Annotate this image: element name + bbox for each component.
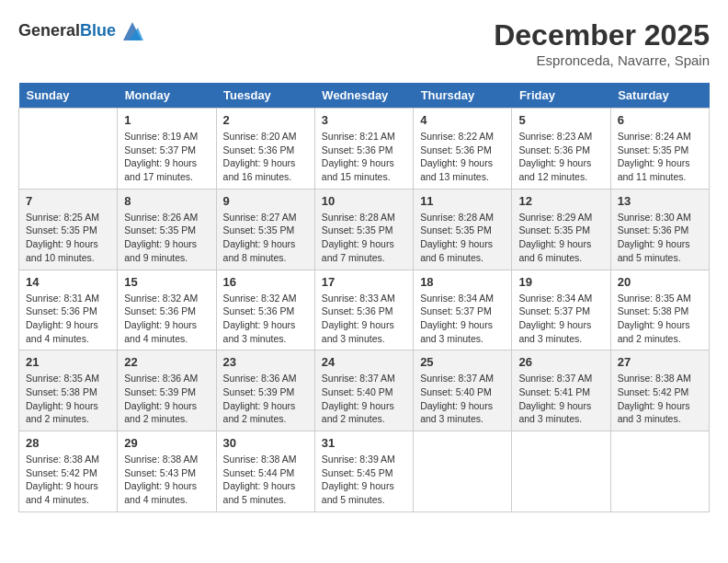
day-info: Sunrise: 8:28 AM Sunset: 5:35 PM Dayligh… [420, 211, 505, 265]
calendar-cell: 12Sunrise: 8:29 AM Sunset: 5:35 PM Dayli… [512, 189, 610, 270]
calendar-cell: 1Sunrise: 8:19 AM Sunset: 5:37 PM Daylig… [118, 109, 216, 190]
day-info: Sunrise: 8:34 AM Sunset: 5:37 PM Dayligh… [420, 292, 505, 346]
day-info: Sunrise: 8:23 AM Sunset: 5:36 PM Dayligh… [518, 130, 603, 184]
day-number: 20 [618, 275, 702, 289]
calendar-cell: 25Sunrise: 8:37 AM Sunset: 5:40 PM Dayli… [414, 350, 512, 431]
day-number: 24 [322, 355, 406, 369]
calendar-cell: 15Sunrise: 8:32 AM Sunset: 5:36 PM Dayli… [118, 270, 216, 350]
day-number: 9 [223, 194, 308, 208]
day-number: 21 [26, 355, 110, 369]
calendar-week-3: 14Sunrise: 8:31 AM Sunset: 5:36 PM Dayli… [19, 270, 710, 350]
day-info: Sunrise: 8:27 AM Sunset: 5:35 PM Dayligh… [223, 211, 308, 265]
day-info: Sunrise: 8:37 AM Sunset: 5:40 PM Dayligh… [322, 372, 406, 426]
calendar-cell: 11Sunrise: 8:28 AM Sunset: 5:35 PM Dayli… [414, 189, 512, 270]
day-info: Sunrise: 8:35 AM Sunset: 5:38 PM Dayligh… [618, 292, 702, 346]
calendar-cell: 14Sunrise: 8:31 AM Sunset: 5:36 PM Dayli… [19, 270, 118, 350]
day-number: 8 [124, 194, 209, 208]
calendar-week-2: 7Sunrise: 8:25 AM Sunset: 5:35 PM Daylig… [19, 189, 710, 270]
day-info: Sunrise: 8:33 AM Sunset: 5:36 PM Dayligh… [322, 292, 406, 346]
day-number: 6 [618, 113, 702, 127]
day-number: 18 [420, 275, 505, 289]
calendar-cell: 30Sunrise: 8:38 AM Sunset: 5:44 PM Dayli… [216, 431, 314, 512]
day-number: 2 [223, 113, 308, 127]
logo: GeneralBlue [18, 18, 145, 44]
day-info: Sunrise: 8:21 AM Sunset: 5:36 PM Dayligh… [322, 130, 406, 184]
calendar-cell: 22Sunrise: 8:36 AM Sunset: 5:39 PM Dayli… [118, 350, 216, 431]
day-info: Sunrise: 8:25 AM Sunset: 5:35 PM Dayligh… [26, 211, 110, 265]
day-number: 7 [26, 194, 110, 208]
day-number: 17 [322, 275, 406, 289]
day-number: 5 [518, 113, 603, 127]
calendar-cell: 6Sunrise: 8:24 AM Sunset: 5:35 PM Daylig… [610, 109, 709, 190]
calendar-cell: 24Sunrise: 8:37 AM Sunset: 5:40 PM Dayli… [314, 350, 413, 431]
day-info: Sunrise: 8:36 AM Sunset: 5:39 PM Dayligh… [223, 372, 308, 426]
location: Espronceda, Navarre, Spain [494, 52, 710, 68]
calendar-cell: 2Sunrise: 8:20 AM Sunset: 5:36 PM Daylig… [216, 109, 314, 190]
day-info: Sunrise: 8:31 AM Sunset: 5:36 PM Dayligh… [26, 292, 110, 346]
day-info: Sunrise: 8:38 AM Sunset: 5:44 PM Dayligh… [223, 453, 308, 507]
header-thursday: Thursday [414, 83, 512, 109]
calendar-cell: 19Sunrise: 8:34 AM Sunset: 5:37 PM Dayli… [512, 270, 610, 350]
logo-icon [119, 18, 145, 44]
calendar-table: Sunday Monday Tuesday Wednesday Thursday… [18, 83, 710, 512]
day-info: Sunrise: 8:32 AM Sunset: 5:36 PM Dayligh… [223, 292, 308, 346]
day-number: 10 [322, 194, 406, 208]
day-info: Sunrise: 8:34 AM Sunset: 5:37 PM Dayligh… [518, 292, 603, 346]
header-wednesday: Wednesday [314, 83, 413, 109]
day-info: Sunrise: 8:37 AM Sunset: 5:41 PM Dayligh… [518, 372, 603, 426]
calendar-cell: 13Sunrise: 8:30 AM Sunset: 5:36 PM Dayli… [610, 189, 709, 270]
title-area: December 2025 Espronceda, Navarre, Spain [494, 18, 710, 68]
calendar-cell: 20Sunrise: 8:35 AM Sunset: 5:38 PM Dayli… [610, 270, 709, 350]
day-info: Sunrise: 8:38 AM Sunset: 5:43 PM Dayligh… [124, 453, 209, 507]
calendar-week-5: 28Sunrise: 8:38 AM Sunset: 5:42 PM Dayli… [19, 431, 710, 512]
calendar-cell [19, 109, 118, 190]
calendar-header-row: Sunday Monday Tuesday Wednesday Thursday… [19, 83, 710, 109]
calendar-cell: 31Sunrise: 8:39 AM Sunset: 5:45 PM Dayli… [314, 431, 413, 512]
day-number: 13 [618, 194, 702, 208]
calendar-cell: 7Sunrise: 8:25 AM Sunset: 5:35 PM Daylig… [19, 189, 118, 270]
day-info: Sunrise: 8:24 AM Sunset: 5:35 PM Dayligh… [618, 130, 702, 184]
day-number: 23 [223, 355, 308, 369]
day-number: 30 [223, 436, 308, 450]
header-saturday: Saturday [610, 83, 709, 109]
day-number: 19 [518, 275, 603, 289]
calendar-cell [414, 431, 512, 512]
calendar-cell: 10Sunrise: 8:28 AM Sunset: 5:35 PM Dayli… [314, 189, 413, 270]
calendar-cell: 4Sunrise: 8:22 AM Sunset: 5:36 PM Daylig… [414, 109, 512, 190]
day-number: 25 [420, 355, 505, 369]
calendar-week-4: 21Sunrise: 8:35 AM Sunset: 5:38 PM Dayli… [19, 350, 710, 431]
day-number: 22 [124, 355, 209, 369]
calendar-cell: 26Sunrise: 8:37 AM Sunset: 5:41 PM Dayli… [512, 350, 610, 431]
calendar-cell: 17Sunrise: 8:33 AM Sunset: 5:36 PM Dayli… [314, 270, 413, 350]
day-number: 1 [124, 113, 209, 127]
day-info: Sunrise: 8:30 AM Sunset: 5:36 PM Dayligh… [618, 211, 702, 265]
calendar-week-1: 1Sunrise: 8:19 AM Sunset: 5:37 PM Daylig… [19, 109, 710, 190]
calendar-cell: 27Sunrise: 8:38 AM Sunset: 5:42 PM Dayli… [610, 350, 709, 431]
calendar-cell: 3Sunrise: 8:21 AM Sunset: 5:36 PM Daylig… [314, 109, 413, 190]
month-title: December 2025 [494, 18, 710, 52]
header-tuesday: Tuesday [216, 83, 314, 109]
day-info: Sunrise: 8:37 AM Sunset: 5:40 PM Dayligh… [420, 372, 505, 426]
calendar-cell: 8Sunrise: 8:26 AM Sunset: 5:35 PM Daylig… [118, 189, 216, 270]
calendar-cell: 23Sunrise: 8:36 AM Sunset: 5:39 PM Dayli… [216, 350, 314, 431]
page-header: GeneralBlue December 2025 Espronceda, Na… [18, 18, 710, 68]
day-info: Sunrise: 8:38 AM Sunset: 5:42 PM Dayligh… [618, 372, 702, 426]
day-number: 27 [618, 355, 702, 369]
calendar-cell: 18Sunrise: 8:34 AM Sunset: 5:37 PM Dayli… [414, 270, 512, 350]
day-number: 3 [322, 113, 406, 127]
day-info: Sunrise: 8:26 AM Sunset: 5:35 PM Dayligh… [124, 211, 209, 265]
day-info: Sunrise: 8:19 AM Sunset: 5:37 PM Dayligh… [124, 130, 209, 184]
day-number: 12 [518, 194, 603, 208]
calendar-cell: 29Sunrise: 8:38 AM Sunset: 5:43 PM Dayli… [118, 431, 216, 512]
day-info: Sunrise: 8:36 AM Sunset: 5:39 PM Dayligh… [124, 372, 209, 426]
header-friday: Friday [512, 83, 610, 109]
calendar-cell: 16Sunrise: 8:32 AM Sunset: 5:36 PM Dayli… [216, 270, 314, 350]
day-number: 11 [420, 194, 505, 208]
day-info: Sunrise: 8:22 AM Sunset: 5:36 PM Dayligh… [420, 130, 505, 184]
day-info: Sunrise: 8:20 AM Sunset: 5:36 PM Dayligh… [223, 130, 308, 184]
day-info: Sunrise: 8:28 AM Sunset: 5:35 PM Dayligh… [322, 211, 406, 265]
header-sunday: Sunday [19, 83, 118, 109]
day-number: 4 [420, 113, 505, 127]
day-number: 15 [124, 275, 209, 289]
calendar-cell: 28Sunrise: 8:38 AM Sunset: 5:42 PM Dayli… [19, 431, 118, 512]
